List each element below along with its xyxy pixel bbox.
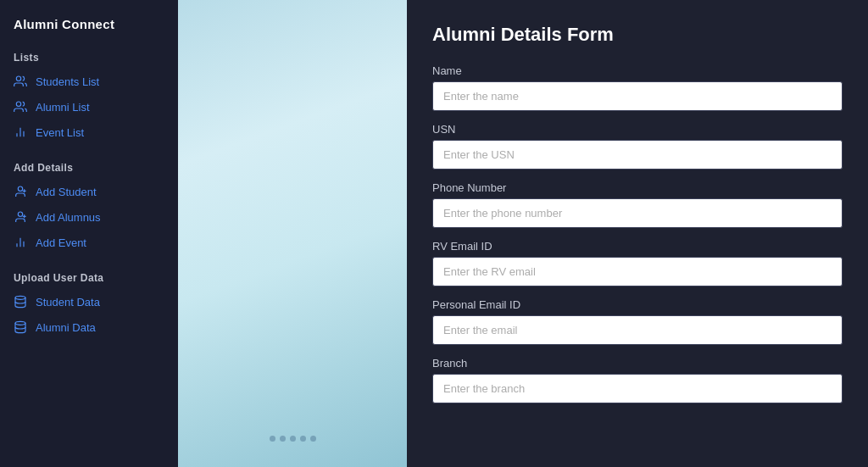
app-logo: Alumni Connect <box>0 12 178 47</box>
sidebar-item-add-student[interactable]: Add Student <box>0 179 178 204</box>
sidebar-item-label: Add Student <box>36 186 97 198</box>
main-content: Alumni Details Form Name USN Phone Numbe… <box>178 0 868 467</box>
input-usn[interactable] <box>432 140 843 170</box>
svg-point-0 <box>16 76 20 81</box>
form-panel: Alumni Details Form Name USN Phone Numbe… <box>407 0 868 467</box>
dot-3 <box>290 436 296 442</box>
form-group-rv-email: RV Email ID <box>432 240 843 286</box>
form-group-phone: Phone Number <box>432 181 843 228</box>
section-label-lists: Lists <box>0 47 178 69</box>
svg-point-14 <box>15 296 25 299</box>
sidebar-item-students-list[interactable]: Students List <box>0 69 178 94</box>
bar-chart-icon <box>14 236 27 249</box>
dot-1 <box>270 436 275 442</box>
image-dots <box>270 436 316 442</box>
users-icon <box>14 75 27 88</box>
sidebar-item-label: Add Event <box>36 236 86 249</box>
sidebar-item-label: Alumni Data <box>36 321 96 334</box>
form-group-name: Name <box>432 64 843 111</box>
sidebar-item-student-data[interactable]: Student Data <box>0 289 178 314</box>
user-plus-icon <box>14 185 27 198</box>
label-usn: USN <box>432 123 843 136</box>
dot-4 <box>300 436 306 442</box>
input-name[interactable] <box>432 81 843 111</box>
label-phone: Phone Number <box>432 181 843 194</box>
sidebar-item-alumni-data[interactable]: Alumni Data <box>0 314 178 340</box>
form-group-personal-email: Personal Email ID <box>432 298 843 345</box>
sidebar-item-event-list[interactable]: Event List <box>0 120 178 145</box>
user-plus-icon <box>14 210 27 224</box>
input-personal-email[interactable] <box>432 315 843 345</box>
bar-chart-icon <box>14 125 27 139</box>
users-icon <box>14 100 27 114</box>
database-icon <box>14 320 27 334</box>
input-rv-email[interactable] <box>432 257 843 286</box>
section-label-upload: Upload User Data <box>0 267 178 289</box>
svg-point-1 <box>16 102 20 106</box>
input-branch[interactable] <box>432 374 843 403</box>
sidebar-item-label: Students List <box>36 75 99 88</box>
image-panel <box>178 0 407 467</box>
sidebar: Alumni Connect Lists Students List Alumn… <box>0 0 178 467</box>
sidebar-item-label: Event List <box>36 126 84 139</box>
form-group-usn: USN <box>432 123 843 170</box>
label-rv-email: RV Email ID <box>432 240 843 253</box>
input-phone[interactable] <box>432 198 843 228</box>
form-group-branch: Branch <box>432 357 843 403</box>
label-name: Name <box>432 64 843 77</box>
database-icon <box>14 295 27 309</box>
sidebar-item-label: Add Alumnus <box>36 211 101 224</box>
sidebar-item-label: Alumni List <box>36 101 90 114</box>
form-title: Alumni Details Form <box>432 24 843 46</box>
label-personal-email: Personal Email ID <box>432 298 843 311</box>
label-branch: Branch <box>432 357 843 370</box>
sidebar-item-add-alumnus[interactable]: Add Alumnus <box>0 204 178 230</box>
sidebar-item-add-event[interactable]: Add Event <box>0 230 178 255</box>
dot-2 <box>280 436 286 442</box>
sidebar-item-label: Student Data <box>36 296 100 309</box>
svg-point-15 <box>15 321 25 325</box>
svg-point-8 <box>18 212 22 216</box>
dot-5 <box>310 436 316 442</box>
section-label-add-details: Add Details <box>0 157 178 179</box>
svg-point-5 <box>18 186 22 191</box>
sidebar-item-alumni-list[interactable]: Alumni List <box>0 94 178 120</box>
